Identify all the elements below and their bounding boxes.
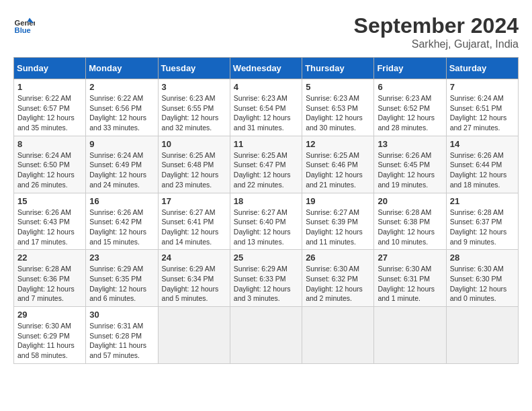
day-info-line: Daylight: 12 hours	[234, 113, 298, 123]
day-info-line: Sunrise: 6:24 AM	[89, 150, 154, 161]
day-info-line: Daylight: 12 hours	[378, 113, 442, 123]
day-info-line: Sunrise: 6:25 AM	[306, 150, 370, 161]
day-info-line: Daylight: 12 hours	[378, 284, 442, 294]
day-info-line: and 3 minutes.	[234, 293, 298, 304]
calendar-cell: 19Sunrise: 6:27 AMSunset: 6:39 PMDayligh…	[302, 193, 374, 250]
day-info-line: Sunset: 6:34 PM	[162, 274, 226, 284]
day-number: 16	[89, 196, 154, 206]
day-info-line: and 57 minutes.	[89, 351, 154, 361]
day-number: 20	[378, 196, 442, 206]
day-info-line: Sunset: 6:46 PM	[306, 160, 370, 170]
day-info-line: Daylight: 11 hours	[17, 340, 82, 351]
calendar-cell: 2Sunrise: 6:22 AMSunset: 6:56 PMDaylight…	[86, 79, 158, 136]
day-info-line: and 2 minutes.	[306, 293, 370, 304]
month-year-title: September 2024	[354, 13, 519, 38]
day-info-line: Daylight: 12 hours	[89, 113, 154, 123]
day-info-line: Daylight: 12 hours	[89, 227, 154, 237]
calendar-cell: 26Sunrise: 6:30 AMSunset: 6:32 PMDayligh…	[302, 250, 374, 307]
day-info-line: Sunset: 6:35 PM	[89, 274, 154, 284]
day-number: 22	[17, 253, 82, 263]
day-info-line: Daylight: 12 hours	[89, 284, 154, 294]
day-info-line: Sunrise: 6:28 AM	[378, 208, 442, 218]
calendar-cell: 29Sunrise: 6:30 AMSunset: 6:29 PMDayligh…	[14, 307, 86, 364]
calendar-cell	[374, 307, 446, 364]
day-number: 28	[450, 253, 515, 263]
day-info-line: Sunrise: 6:24 AM	[450, 93, 515, 103]
day-info-line: and 15 minutes.	[89, 237, 154, 247]
day-number: 23	[89, 253, 154, 263]
day-info-line: and 58 minutes.	[17, 351, 82, 361]
day-info-line: Sunset: 6:33 PM	[234, 274, 298, 284]
day-info-line: and 35 minutes.	[17, 123, 82, 133]
day-info-line: Sunrise: 6:26 AM	[17, 208, 82, 218]
day-info-line: Daylight: 12 hours	[89, 170, 154, 180]
day-info-line: Sunrise: 6:25 AM	[234, 150, 298, 161]
day-info-line: and 21 minutes.	[306, 180, 370, 190]
calendar-cell: 21Sunrise: 6:28 AMSunset: 6:37 PMDayligh…	[446, 193, 518, 250]
calendar-cell: 28Sunrise: 6:30 AMSunset: 6:30 PMDayligh…	[446, 250, 518, 307]
day-number: 27	[378, 253, 442, 263]
day-info-line: Sunset: 6:53 PM	[306, 103, 370, 113]
day-info-line: Daylight: 12 hours	[17, 170, 82, 180]
day-info-line: Sunrise: 6:22 AM	[17, 93, 82, 103]
calendar-week-row: 1Sunrise: 6:22 AMSunset: 6:57 PMDaylight…	[14, 79, 519, 136]
day-info-line: Sunrise: 6:27 AM	[234, 208, 298, 218]
day-number: 30	[89, 310, 154, 320]
calendar-cell: 23Sunrise: 6:29 AMSunset: 6:35 PMDayligh…	[86, 250, 158, 307]
day-info-line: Sunset: 6:40 PM	[234, 217, 298, 227]
day-number: 18	[234, 196, 298, 206]
day-info-line: and 14 minutes.	[162, 237, 226, 247]
day-info-line: Sunset: 6:56 PM	[89, 103, 154, 113]
day-info-line: Sunset: 6:51 PM	[450, 103, 515, 113]
column-header-wednesday: Wednesday	[230, 58, 302, 79]
day-info-line: and 22 minutes.	[234, 180, 298, 190]
logo: General Blue	[13, 13, 35, 35]
day-info-line: Sunset: 6:37 PM	[450, 217, 515, 227]
day-info-line: and 5 minutes.	[162, 293, 226, 304]
calendar-header-row: SundayMondayTuesdayWednesdayThursdayFrid…	[14, 58, 519, 79]
day-info-line: Sunrise: 6:23 AM	[162, 93, 226, 103]
calendar-cell: 18Sunrise: 6:27 AMSunset: 6:40 PMDayligh…	[230, 193, 302, 250]
day-number: 15	[17, 196, 82, 206]
day-info-line: Sunset: 6:43 PM	[17, 217, 82, 227]
calendar-cell: 20Sunrise: 6:28 AMSunset: 6:38 PMDayligh…	[374, 193, 446, 250]
calendar-cell: 14Sunrise: 6:26 AMSunset: 6:44 PMDayligh…	[446, 136, 518, 193]
day-number: 14	[450, 139, 515, 149]
day-info-line: Sunrise: 6:25 AM	[162, 150, 226, 161]
day-info-line: Sunset: 6:42 PM	[89, 217, 154, 227]
day-info-line: Sunset: 6:29 PM	[17, 331, 82, 341]
day-info-line: Sunrise: 6:29 AM	[234, 264, 298, 274]
day-info-line: Sunset: 6:38 PM	[378, 217, 442, 227]
calendar-cell: 22Sunrise: 6:28 AMSunset: 6:36 PMDayligh…	[14, 250, 86, 307]
calendar-cell: 15Sunrise: 6:26 AMSunset: 6:43 PMDayligh…	[14, 193, 86, 250]
day-info-line: Daylight: 12 hours	[450, 227, 515, 237]
day-info-line: Sunset: 6:31 PM	[378, 274, 442, 284]
calendar-cell: 17Sunrise: 6:27 AMSunset: 6:41 PMDayligh…	[158, 193, 230, 250]
day-number: 19	[306, 196, 370, 206]
calendar-cell: 12Sunrise: 6:25 AMSunset: 6:46 PMDayligh…	[302, 136, 374, 193]
day-info-line: Sunrise: 6:30 AM	[378, 264, 442, 274]
day-info-line: and 30 minutes.	[306, 123, 370, 133]
day-number: 26	[306, 253, 370, 263]
day-info-line: and 11 minutes.	[306, 237, 370, 247]
day-info-line: Daylight: 12 hours	[17, 227, 82, 237]
day-info-line: Sunset: 6:55 PM	[162, 103, 226, 113]
day-info-line: Sunrise: 6:28 AM	[17, 264, 82, 274]
day-number: 2	[89, 82, 154, 92]
calendar-cell: 8Sunrise: 6:24 AMSunset: 6:50 PMDaylight…	[14, 136, 86, 193]
day-info-line: Daylight: 12 hours	[234, 170, 298, 180]
day-info-line: Sunrise: 6:30 AM	[306, 264, 370, 274]
day-number: 1	[17, 82, 82, 92]
day-number: 17	[162, 196, 226, 206]
calendar-cell: 7Sunrise: 6:24 AMSunset: 6:51 PMDaylight…	[446, 79, 518, 136]
day-info-line: Daylight: 12 hours	[306, 227, 370, 237]
day-info-line: Daylight: 11 hours	[89, 340, 154, 351]
day-info-line: Sunset: 6:54 PM	[234, 103, 298, 113]
day-info-line: Daylight: 12 hours	[450, 284, 515, 294]
day-info-line: Sunrise: 6:23 AM	[306, 93, 370, 103]
calendar-cell: 6Sunrise: 6:23 AMSunset: 6:52 PMDaylight…	[374, 79, 446, 136]
calendar-week-row: 29Sunrise: 6:30 AMSunset: 6:29 PMDayligh…	[14, 307, 519, 364]
column-header-saturday: Saturday	[446, 58, 518, 79]
day-info-line: Sunset: 6:57 PM	[17, 103, 82, 113]
column-header-monday: Monday	[86, 58, 158, 79]
